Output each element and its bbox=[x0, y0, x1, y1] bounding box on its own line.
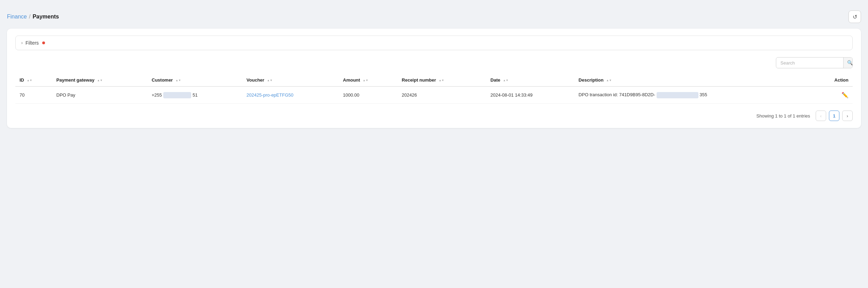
search-icon: 🔍 bbox=[847, 60, 853, 66]
edit-icon[interactable]: ✏️ bbox=[841, 92, 848, 98]
main-card: › Filters 🔍 ID ▲▼ bbox=[7, 29, 861, 128]
customer-redacted bbox=[163, 92, 191, 98]
sort-icon-description: ▲▼ bbox=[606, 79, 612, 82]
customer-value: +255 51 bbox=[152, 92, 238, 98]
pagination-info: Showing 1 to 1 of 1 entries bbox=[756, 113, 810, 119]
pagination-row: Showing 1 to 1 of 1 entries ‹ 1 › bbox=[15, 111, 853, 121]
pagination-prev-button[interactable]: ‹ bbox=[816, 111, 826, 121]
cell-action: ✏️ bbox=[813, 86, 853, 104]
breadcrumb-finance-link[interactable]: Finance bbox=[7, 14, 27, 20]
search-input[interactable] bbox=[776, 58, 843, 68]
chevron-right-icon: › bbox=[21, 40, 23, 45]
breadcrumb-current: Payments bbox=[32, 14, 59, 20]
table-wrapper: ID ▲▼ Payment gateway ▲▼ Customer ▲▼ V bbox=[15, 74, 853, 104]
col-receipt-number[interactable]: Receipt number ▲▼ bbox=[398, 74, 486, 86]
filters-label: Filters bbox=[25, 40, 39, 46]
filters-toggle[interactable]: › Filters bbox=[15, 36, 853, 50]
sort-icon-voucher: ▲▼ bbox=[267, 79, 272, 82]
description-redacted bbox=[657, 92, 698, 98]
sort-icon-amount: ▲▼ bbox=[363, 79, 368, 82]
cell-voucher: 202425-pro-epETFG50 bbox=[242, 86, 339, 104]
filters-active-dot bbox=[42, 41, 45, 44]
sort-icon-gateway: ▲▼ bbox=[97, 79, 103, 82]
cell-description: DPO transaction id: 741D9B95-8D2D- 355 bbox=[574, 86, 813, 104]
col-customer[interactable]: Customer ▲▼ bbox=[148, 74, 242, 86]
col-id[interactable]: ID ▲▼ bbox=[15, 74, 52, 86]
col-date[interactable]: Date ▲▼ bbox=[486, 74, 575, 86]
breadcrumb-separator: / bbox=[29, 14, 30, 20]
table-header-row: ID ▲▼ Payment gateway ▲▼ Customer ▲▼ V bbox=[15, 74, 853, 86]
breadcrumb: Finance / Payments bbox=[7, 14, 59, 20]
pagination-page-1-button[interactable]: 1 bbox=[829, 111, 839, 121]
pagination-next-button[interactable]: › bbox=[842, 111, 853, 121]
col-description[interactable]: Description ▲▼ bbox=[574, 74, 813, 86]
cell-amount: 1000.00 bbox=[339, 86, 398, 104]
refresh-button[interactable]: ↺ bbox=[848, 10, 861, 23]
search-button[interactable]: 🔍 bbox=[843, 58, 853, 68]
search-row: 🔍 bbox=[15, 57, 853, 68]
voucher-link[interactable]: 202425-pro-epETFG50 bbox=[247, 92, 293, 98]
payments-table: ID ▲▼ Payment gateway ▲▼ Customer ▲▼ V bbox=[15, 74, 853, 104]
sort-icon-id: ▲▼ bbox=[27, 79, 32, 82]
cell-payment-gateway: DPO Pay bbox=[52, 86, 148, 104]
col-voucher[interactable]: Voucher ▲▼ bbox=[242, 74, 339, 86]
col-payment-gateway[interactable]: Payment gateway ▲▼ bbox=[52, 74, 148, 86]
sort-icon-customer: ▲▼ bbox=[175, 79, 181, 82]
sort-icon-receipt: ▲▼ bbox=[439, 79, 444, 82]
cell-id: 70 bbox=[15, 86, 52, 104]
cell-receipt-number: 202426 bbox=[398, 86, 486, 104]
col-amount[interactable]: Amount ▲▼ bbox=[339, 74, 398, 86]
cell-customer: +255 51 bbox=[148, 86, 242, 104]
col-action: Action bbox=[813, 74, 853, 86]
table-row: 70 DPO Pay +255 51 202425-pro-epETFG50 bbox=[15, 86, 853, 104]
refresh-icon: ↺ bbox=[853, 14, 857, 20]
search-wrapper: 🔍 bbox=[776, 57, 853, 68]
header-row: Finance / Payments ↺ bbox=[7, 7, 861, 29]
sort-icon-date: ▲▼ bbox=[503, 79, 509, 82]
page-container: Finance / Payments ↺ › Filters 🔍 bbox=[7, 7, 861, 288]
cell-date: 2024-08-01 14:33:49 bbox=[486, 86, 575, 104]
